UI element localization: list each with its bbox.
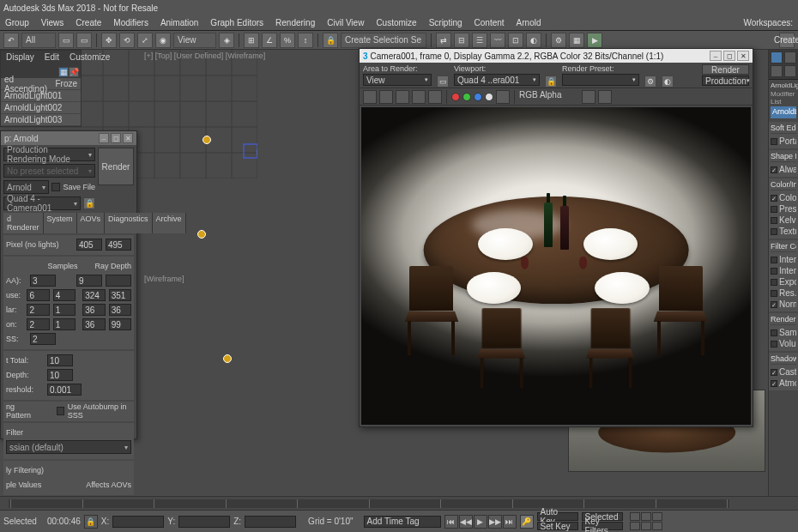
- channel-mono-icon[interactable]: [496, 90, 510, 104]
- coord-z-input[interactable]: [245, 516, 296, 528]
- specular-depth[interactable]: 1: [53, 304, 76, 316]
- save-image-icon[interactable]: [363, 90, 377, 104]
- tab-diagnostics[interactable]: Diagnostics: [105, 213, 153, 233]
- menu-content[interactable]: Content: [475, 18, 505, 27]
- rfw-lock-icon[interactable]: 🔒: [545, 76, 557, 88]
- channel-blue-icon[interactable]: [474, 93, 482, 101]
- transmission-depth[interactable]: 1: [53, 318, 76, 330]
- area-edit-icon[interactable]: ▭: [437, 76, 449, 88]
- zoom-icon[interactable]: [641, 512, 651, 521]
- maximize-viewport-icon[interactable]: [652, 522, 662, 530]
- rollout-header[interactable]: Filter Color: [771, 242, 796, 252]
- threshold[interactable]: 0.001: [47, 384, 82, 396]
- modify-tab-icon[interactable]: [784, 51, 796, 63]
- layers-button[interactable]: ☰: [472, 33, 487, 48]
- goto-end-icon[interactable]: ⏭: [503, 515, 517, 529]
- checkbox[interactable]: [771, 166, 777, 173]
- rendered-image-viewport[interactable]: [361, 107, 751, 425]
- checkbox[interactable]: [771, 369, 777, 376]
- mirror-button[interactable]: ⇄: [436, 33, 451, 48]
- production-drop[interactable]: Production: [702, 76, 749, 86]
- rollout-header[interactable]: Shape Rendering: [771, 152, 796, 162]
- aa-samples[interactable]: 3: [30, 275, 56, 287]
- menu-civil-view[interactable]: Civil View: [327, 18, 364, 27]
- target-drop[interactable]: Production Rendering Mode: [3, 148, 95, 161]
- checkbox[interactable]: [771, 329, 777, 336]
- scene-item-1[interactable]: ArnoldLight001: [1, 90, 81, 102]
- pan-icon[interactable]: [630, 512, 640, 521]
- ray-depth[interactable]: 10: [47, 369, 73, 381]
- object-name-field[interactable]: ArnoldLight: [771, 82, 796, 89]
- minimize-icon[interactable]: –: [99, 133, 109, 143]
- menu-animation[interactable]: Animation: [160, 18, 198, 27]
- key-mode-icon[interactable]: 🔑: [520, 515, 534, 529]
- render-setup-button[interactable]: ⚙: [551, 33, 566, 48]
- coord-y-input[interactable]: [178, 516, 230, 528]
- select-button[interactable]: ▭: [58, 33, 74, 48]
- motion-tab-icon[interactable]: [784, 65, 796, 77]
- print-icon[interactable]: [412, 90, 426, 104]
- channel-drop[interactable]: RGB Alpha: [519, 90, 579, 104]
- undo-button[interactable]: ↶: [3, 33, 19, 48]
- specular-samples[interactable]: 2: [27, 304, 49, 316]
- scene-tab-customize[interactable]: Customize: [64, 51, 115, 66]
- scene-pin-icon[interactable]: 📌: [69, 67, 79, 77]
- setkey-button[interactable]: Set Key: [537, 522, 578, 530]
- checkbox[interactable]: [771, 257, 777, 263]
- diffuse-samples[interactable]: 6: [27, 289, 49, 301]
- selection-lock-icon[interactable]: 🔒: [84, 515, 98, 529]
- preset-drop[interactable]: No preset selected: [3, 164, 95, 178]
- snap-toggle[interactable]: ⊞: [244, 33, 259, 48]
- curve-editor-button[interactable]: 〰: [490, 33, 505, 48]
- scene-tab-display[interactable]: Display: [1, 51, 39, 66]
- rfw-titlebar[interactable]: 3Camera001, frame 0, Display Gamma 2.2, …: [360, 49, 753, 63]
- menu-graph-editors[interactable]: Graph Editors: [210, 18, 263, 27]
- checkbox[interactable]: [771, 341, 777, 348]
- checkbox[interactable]: [771, 380, 777, 387]
- render-preset-drop[interactable]: [562, 74, 639, 86]
- checkbox[interactable]: [771, 301, 777, 308]
- checkbox[interactable]: [771, 138, 777, 145]
- rollout-header[interactable]: Color/Intensity: [771, 180, 796, 190]
- scene-filter-icon[interactable]: ▦: [58, 67, 69, 77]
- clear-icon[interactable]: [428, 90, 442, 104]
- spinner-snap[interactable]: ↕: [298, 33, 313, 48]
- fov-icon[interactable]: [641, 522, 651, 530]
- menu-create[interactable]: Create: [76, 18, 101, 27]
- menu-group[interactable]: Group: [5, 18, 29, 27]
- clone-frame-icon[interactable]: [396, 90, 409, 104]
- checkbox[interactable]: [771, 206, 777, 213]
- ray-total[interactable]: 10: [47, 354, 73, 366]
- compare-icon[interactable]: [598, 90, 612, 104]
- ref-coord-drop[interactable]: View: [173, 33, 216, 48]
- menu-arnold[interactable]: Arnold: [517, 18, 541, 27]
- placement-button[interactable]: ◉: [155, 33, 171, 48]
- rollout-header[interactable]: Soft Edge: [771, 124, 796, 134]
- checkbox[interactable]: [771, 195, 777, 202]
- scale-button[interactable]: ⤢: [137, 33, 153, 48]
- viewport-label-front[interactable]: [Wireframe]: [144, 275, 184, 283]
- scene-item-3[interactable]: ArnoldLight003: [1, 114, 81, 126]
- menu-customize[interactable]: Customize: [376, 18, 416, 27]
- menu-modifiers[interactable]: Modifiers: [113, 18, 148, 27]
- light-gizmo-1[interactable]: [203, 136, 211, 144]
- rfw-close-icon[interactable]: ✕: [737, 51, 749, 61]
- select-name-button[interactable]: ▭: [76, 33, 92, 48]
- named-selection-drop[interactable]: Create Selection Se: [341, 33, 426, 48]
- checkbox[interactable]: [771, 290, 777, 297]
- light-gizmo-3[interactable]: [223, 354, 232, 363]
- transmission-samples[interactable]: 2: [27, 318, 49, 330]
- viewport-label-top[interactable]: [+] [Top] [User Defined] [Wireframe]: [144, 51, 265, 60]
- filter-type-drop[interactable]: ssian (default): [6, 440, 131, 454]
- create-tab-icon[interactable]: [771, 51, 783, 63]
- modifier-stack-item[interactable]: ArnoldLight: [771, 106, 796, 118]
- time-tag-input[interactable]: Add Time Tag: [364, 516, 441, 528]
- channel-green-icon[interactable]: [462, 93, 471, 101]
- area-to-render-drop[interactable]: View: [363, 74, 432, 86]
- modifier-list-drop[interactable]: Modifier List: [771, 90, 796, 106]
- channel-red-icon[interactable]: [451, 93, 460, 101]
- rollout-header[interactable]: Rendering: [771, 315, 796, 325]
- tab-renderer[interactable]: d Renderer: [3, 213, 44, 233]
- channel-alpha-icon[interactable]: [485, 93, 493, 101]
- hierarchy-tab-icon[interactable]: [771, 65, 783, 77]
